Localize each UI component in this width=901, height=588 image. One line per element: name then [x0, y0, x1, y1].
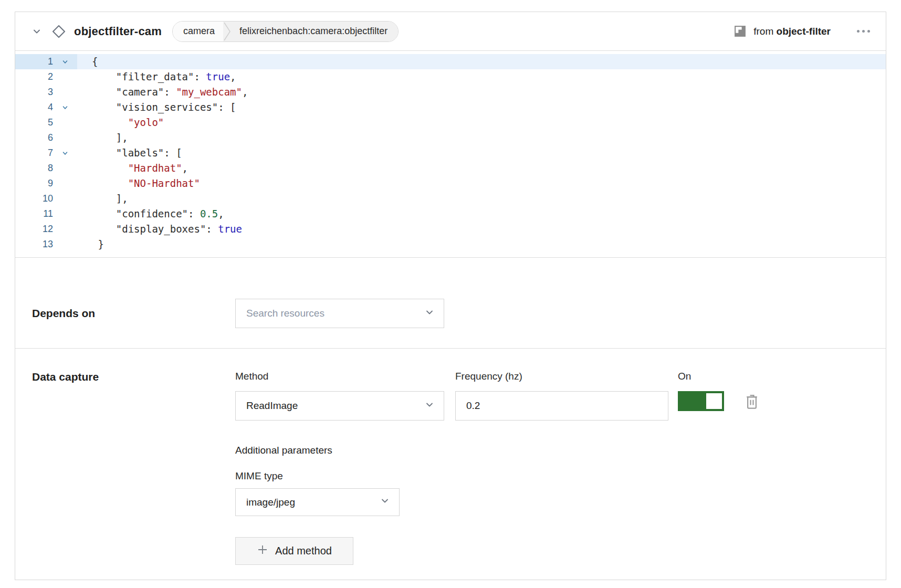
module-name: object-filter	[777, 26, 831, 37]
line-number: 12	[15, 222, 53, 237]
code-line-1[interactable]: 1{	[15, 54, 886, 69]
code-text: }	[77, 237, 886, 252]
code-text: "confidence": 0.5,	[77, 206, 886, 222]
line-number: 9	[15, 176, 53, 191]
depends-on-section: Depends on Search resources	[15, 258, 886, 349]
line-number: 6	[15, 130, 53, 145]
header-left: objectfilter-cam camera felixreichenbach…	[30, 21, 399, 42]
fold-spacer	[53, 115, 77, 130]
fold-spacer	[53, 222, 77, 237]
code-line-13[interactable]: 13 }	[15, 237, 886, 252]
component-diamond-icon	[51, 24, 67, 39]
fold-spacer	[53, 85, 77, 100]
fold-chevron-icon[interactable]	[53, 54, 77, 69]
overflow-menu-icon[interactable]	[856, 27, 871, 36]
fold-spacer	[53, 176, 77, 191]
code-line-2[interactable]: 2 "filter_data": true,	[15, 69, 886, 85]
code-text: "vision_services": [	[77, 100, 886, 115]
code-line-7[interactable]: 7 "labels": [	[15, 145, 886, 161]
frequency-group: Frequency (hz)	[455, 371, 668, 421]
code-line-9[interactable]: 9 "NO-Hardhat"	[15, 176, 886, 191]
line-number: 10	[15, 191, 53, 206]
code-line-12[interactable]: 12 "display_boxes": true	[15, 222, 886, 237]
resource-card: objectfilter-cam camera felixreichenbach…	[15, 12, 886, 580]
badge-separator-icon	[223, 22, 231, 41]
toggle-on-label: On	[678, 371, 724, 382]
line-number: 5	[15, 115, 53, 130]
badge-type: camera	[173, 22, 223, 41]
line-number: 2	[15, 69, 53, 85]
plus-icon	[257, 544, 268, 558]
code-line-4[interactable]: 4 "vision_services": [	[15, 100, 886, 115]
method-label: Method	[235, 371, 444, 382]
code-line-10[interactable]: 10 ],	[15, 191, 886, 206]
resource-title: objectfilter-cam	[74, 25, 162, 38]
chevron-down-icon	[425, 400, 434, 412]
code-line-5[interactable]: 5 "yolo"	[15, 115, 886, 130]
fold-spacer	[53, 191, 77, 206]
resource-header: objectfilter-cam camera felixreichenbach…	[15, 12, 886, 51]
fold-spacer	[53, 161, 77, 176]
code-text: "filter_data": true,	[77, 69, 886, 85]
additional-parameters-label: Additional parameters	[235, 445, 760, 456]
method-select[interactable]: ReadImage	[235, 391, 444, 421]
toggle-group: On	[678, 371, 724, 411]
code-text: "camera": "my_webcam",	[77, 85, 886, 100]
fold-chevron-icon[interactable]	[53, 145, 77, 161]
data-capture-section: Data capture Method ReadImage Frequency …	[15, 349, 886, 580]
frequency-label: Frequency (hz)	[455, 371, 668, 382]
data-capture-toggle[interactable]	[678, 391, 724, 411]
from-label: from	[753, 26, 773, 37]
mime-type-value: image/jpeg	[246, 497, 380, 508]
code-text: {	[77, 54, 886, 69]
chevron-down-icon	[425, 308, 434, 320]
fold-spacer	[53, 130, 77, 145]
fold-spacer	[53, 206, 77, 222]
depends-on-label: Depends on	[32, 307, 235, 320]
code-text: "labels": [	[77, 145, 886, 161]
resource-type-badge: camera felixreichenbach:camera:objectfil…	[172, 21, 399, 42]
line-number: 3	[15, 85, 53, 100]
method-group: Method ReadImage	[235, 371, 444, 421]
collapse-chevron-icon[interactable]	[30, 25, 44, 38]
line-number: 13	[15, 237, 53, 252]
line-number: 4	[15, 100, 53, 115]
code-line-11[interactable]: 11 "confidence": 0.5,	[15, 206, 886, 222]
code-text: ],	[77, 191, 886, 206]
code-editor[interactable]: 1{2 "filter_data": true,3 "camera": "my_…	[15, 51, 886, 258]
module-source-text: from object-filter	[753, 26, 831, 37]
code-text: "NO-Hardhat"	[77, 176, 886, 191]
mime-type-label: MIME type	[235, 470, 760, 482]
data-capture-label: Data capture	[32, 371, 235, 383]
capture-method-row: Method ReadImage Frequency (hz) On	[235, 371, 760, 421]
module-icon	[734, 25, 747, 38]
delete-method-trash-icon[interactable]	[744, 394, 760, 411]
method-value: ReadImage	[246, 400, 425, 412]
code-text: "Hardhat",	[77, 161, 886, 176]
add-method-label: Add method	[275, 545, 332, 557]
code-text: "yolo"	[77, 115, 886, 130]
data-capture-body: Method ReadImage Frequency (hz) On	[235, 371, 760, 565]
line-number: 7	[15, 145, 53, 161]
code-text: ],	[77, 130, 886, 145]
add-method-button[interactable]: Add method	[235, 537, 353, 565]
frequency-input[interactable]	[455, 391, 668, 421]
code-line-6[interactable]: 6 ],	[15, 130, 886, 145]
header-right: from object-filter	[734, 25, 871, 38]
line-number: 8	[15, 161, 53, 176]
fold-spacer	[53, 69, 77, 85]
line-number: 1	[15, 54, 53, 69]
depends-on-placeholder: Search resources	[246, 308, 425, 319]
mime-type-select[interactable]: image/jpeg	[235, 488, 400, 516]
fold-chevron-icon[interactable]	[53, 100, 77, 115]
depends-on-select[interactable]: Search resources	[235, 299, 444, 328]
fold-spacer	[53, 237, 77, 252]
toggle-knob	[706, 393, 722, 409]
code-text: "display_boxes": true	[77, 222, 886, 237]
line-number: 11	[15, 206, 53, 222]
code-line-3[interactable]: 3 "camera": "my_webcam",	[15, 85, 886, 100]
chevron-down-icon	[380, 496, 390, 508]
code-line-8[interactable]: 8 "Hardhat",	[15, 161, 886, 176]
badge-model: felixreichenbach:camera:objectfilter	[231, 22, 398, 41]
